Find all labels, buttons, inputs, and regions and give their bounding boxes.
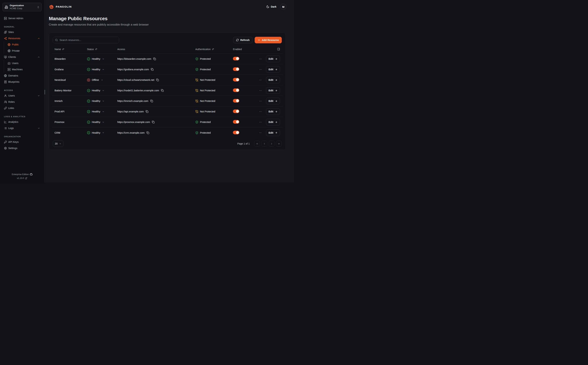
sidebar-item-public[interactable]: Public — [4, 42, 42, 48]
status-cell[interactable]: Healthy — [87, 68, 117, 71]
sidebar-item-resources[interactable]: Resources — [2, 35, 42, 42]
resource-url[interactable]: https://proxmox.example.com — [117, 121, 150, 123]
github-icon[interactable] — [30, 173, 32, 176]
enabled-toggle[interactable] — [233, 67, 239, 71]
resource-url[interactable]: https://crm.example.com — [117, 131, 144, 134]
row-menu-button[interactable] — [258, 57, 263, 61]
copy-icon — [161, 89, 164, 92]
edit-button[interactable]: Edit — [266, 108, 280, 115]
sort-icon[interactable] — [212, 48, 214, 50]
sidebar-item-sites[interactable]: Sites — [2, 29, 42, 35]
row-menu-button[interactable] — [258, 99, 263, 103]
copy-url-button[interactable] — [152, 121, 155, 123]
circle-check-icon — [87, 68, 90, 71]
copy-url-button[interactable] — [146, 110, 148, 113]
last-page-button[interactable] — [276, 141, 282, 147]
row-menu-button[interactable] — [258, 109, 263, 114]
copy-url-button[interactable] — [156, 78, 159, 81]
enabled-toggle[interactable] — [233, 99, 239, 103]
edit-button[interactable]: Edit — [266, 77, 280, 83]
resource-name: Prod API — [55, 110, 87, 113]
resource-url[interactable]: https://immich.example.com — [117, 100, 148, 102]
enabled-toggle[interactable] — [233, 78, 239, 82]
pager — [254, 141, 282, 147]
sidebar-scrollbar-thumb[interactable] — [45, 90, 45, 94]
sidebar-item-client-users[interactable]: Users — [4, 60, 42, 66]
row-menu-button[interactable] — [258, 67, 263, 72]
sidebar-item-users[interactable]: Users — [2, 92, 42, 99]
resource-url[interactable]: https://node01.batteries.example.com — [117, 89, 159, 92]
avatar[interactable]: M — [280, 4, 287, 10]
sidebar-item-private[interactable]: Private — [4, 48, 42, 54]
copy-url-button[interactable] — [150, 100, 153, 102]
sidebar-item-settings[interactable]: Settings — [2, 145, 42, 151]
key-icon — [4, 140, 7, 143]
row-menu-button[interactable] — [258, 88, 263, 93]
column-header-name[interactable]: Name — [55, 48, 87, 51]
enabled-toggle[interactable] — [233, 131, 239, 134]
shield-check-icon — [195, 68, 198, 71]
resource-url[interactable]: https://bitwarden.example.com — [117, 57, 151, 60]
sidebar-item-blueprints[interactable]: Blueprints — [2, 79, 42, 85]
status-cell[interactable]: Healthy — [87, 89, 117, 92]
copy-url-button[interactable] — [153, 57, 156, 60]
brand[interactable]: PANGOLIN — [49, 4, 72, 9]
resource-url[interactable]: https://cloud.schwartznetwork.net — [117, 78, 154, 81]
resource-url[interactable]: https://grafana.example.com — [117, 68, 149, 71]
edit-button[interactable]: Edit — [266, 66, 280, 73]
row-menu-button[interactable] — [258, 120, 263, 124]
refresh-button[interactable]: Refresh — [233, 37, 253, 43]
enabled-toggle[interactable] — [233, 88, 239, 92]
org-switcher[interactable]: Organization ACME Corp. — [2, 3, 42, 11]
status-cell[interactable]: Healthy — [87, 110, 117, 113]
status-cell[interactable]: Healthy — [87, 57, 117, 61]
status-cell[interactable]: Healthy — [87, 120, 117, 124]
column-header-status[interactable]: Status — [87, 48, 117, 51]
resource-url[interactable]: https://api.example.com — [117, 110, 144, 113]
sort-icon[interactable] — [62, 48, 64, 50]
column-header-authentication[interactable]: Authentication — [195, 48, 233, 51]
edit-button[interactable]: Edit — [266, 129, 280, 136]
blueprints-icon — [4, 80, 7, 83]
status-cell[interactable]: Offline — [87, 78, 117, 82]
sidebar-item-links[interactable]: Links — [2, 105, 42, 111]
page-size-select[interactable]: 20 — [53, 140, 63, 147]
edit-label: Edit — [269, 131, 273, 134]
enabled-toggle[interactable] — [233, 120, 239, 124]
sidebar-item-clients[interactable]: Clients — [2, 54, 42, 60]
row-menu-button[interactable] — [258, 131, 263, 135]
brand-name: PANGOLIN — [56, 5, 72, 8]
search-input[interactable] — [60, 39, 117, 42]
sidebar-item-logs[interactable]: Logs — [2, 125, 42, 131]
edit-button[interactable]: Edit — [266, 98, 280, 104]
edit-button[interactable]: Edit — [266, 119, 280, 125]
edit-button[interactable]: Edit — [266, 56, 280, 62]
sidebar-item-domains[interactable]: Domains — [2, 72, 42, 79]
first-page-button[interactable] — [254, 141, 260, 147]
add-resource-button[interactable]: Add Resource — [255, 37, 282, 43]
external-link-icon[interactable] — [25, 177, 27, 179]
shield-check-icon — [195, 131, 198, 134]
columns-icon[interactable] — [277, 48, 280, 51]
status-cell[interactable]: Healthy — [87, 131, 117, 134]
edit-button[interactable]: Edit — [266, 87, 280, 94]
row-menu-button[interactable] — [258, 78, 263, 82]
sidebar-item-roles[interactable]: Roles — [2, 99, 42, 105]
enabled-toggle[interactable] — [233, 57, 239, 60]
copy-url-button[interactable] — [161, 89, 164, 92]
toggle-knob — [236, 57, 239, 60]
sort-icon[interactable] — [95, 48, 97, 50]
next-page-button[interactable] — [269, 141, 274, 147]
sidebar-item-analytics[interactable]: Analytics — [2, 119, 42, 125]
theme-toggle-button[interactable]: Dark — [266, 5, 276, 8]
previous-page-button[interactable] — [261, 141, 267, 147]
status-cell[interactable]: Healthy — [87, 99, 117, 103]
status-label: Healthy — [92, 121, 100, 123]
sidebar-item-server-admin[interactable]: Server Admin — [2, 15, 42, 21]
shield-check-icon — [195, 57, 198, 60]
copy-url-button[interactable] — [151, 68, 154, 71]
sidebar-item-api-keys[interactable]: API Keys — [2, 139, 42, 145]
enabled-toggle[interactable] — [233, 109, 239, 113]
sidebar-item-machines[interactable]: Machines — [4, 66, 42, 72]
copy-url-button[interactable] — [146, 131, 149, 134]
